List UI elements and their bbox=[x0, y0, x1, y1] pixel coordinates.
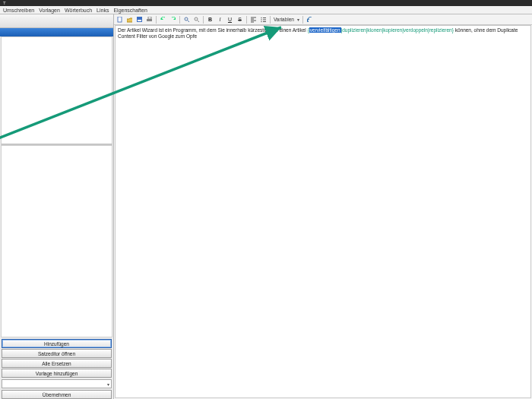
svg-point-13 bbox=[261, 17, 261, 17]
search-icon[interactable] bbox=[193, 16, 200, 23]
align-left-icon[interactable] bbox=[250, 16, 257, 23]
menu-rewrite[interactable]: Umschreiben bbox=[3, 8, 34, 13]
svg-point-15 bbox=[261, 19, 261, 20]
right-panel: B I U S Variablen ▾ Der Artikel Wizard i… bbox=[114, 14, 532, 399]
save-icon[interactable] bbox=[136, 16, 143, 23]
svg-point-19 bbox=[307, 21, 309, 22]
left-panel-button-group: Hinzufügen Satzeditor öffnen Alle Ersetz… bbox=[0, 337, 113, 378]
open-sentence-editor-button[interactable]: Satzeditor öffnen bbox=[2, 349, 112, 358]
list-icon[interactable] bbox=[260, 16, 267, 23]
left-panel-bottom-buttons: Übernehmen bbox=[0, 390, 113, 399]
left-panel-list-lower[interactable] bbox=[1, 145, 112, 337]
variables-label: Variablen bbox=[274, 17, 294, 22]
toolbar-separator bbox=[246, 16, 247, 24]
toolbar-separator bbox=[270, 16, 271, 24]
add-button[interactable]: Hinzufügen bbox=[2, 339, 112, 348]
window-titlebar: T bbox=[0, 0, 532, 6]
add-template-button[interactable]: Vorlage hinzufügen bbox=[2, 369, 112, 378]
bold-button[interactable]: B bbox=[207, 16, 214, 23]
main-area: Hinzufügen Satzeditor öffnen Alle Ersetz… bbox=[0, 14, 532, 399]
editor-toolbar: B I U S Variablen ▾ bbox=[114, 14, 532, 25]
svg-point-5 bbox=[185, 17, 188, 21]
svg-rect-2 bbox=[138, 20, 141, 21]
chevron-down-icon: ▾ bbox=[107, 382, 109, 387]
spintax-selected-word[interactable]: vervielfältigen bbox=[309, 27, 341, 33]
apply-button[interactable]: Übernehmen bbox=[2, 390, 112, 399]
svg-line-8 bbox=[198, 20, 200, 22]
left-panel-dropdown[interactable]: ▾ bbox=[2, 379, 112, 388]
signal-icon[interactable] bbox=[306, 16, 313, 23]
menu-links[interactable]: Links bbox=[97, 8, 109, 13]
svg-rect-0 bbox=[118, 17, 122, 22]
editor-text-pre: Der Artikel Wizard ist ein Programm, mit… bbox=[118, 27, 308, 33]
left-panel-selected-row[interactable] bbox=[0, 28, 113, 36]
menu-templates[interactable]: Vorlagen bbox=[39, 8, 60, 13]
underline-button[interactable]: U bbox=[226, 16, 233, 23]
left-panel: Hinzufügen Satzeditor öffnen Alle Ersetz… bbox=[0, 14, 114, 399]
find-icon[interactable] bbox=[183, 16, 190, 23]
print-icon[interactable] bbox=[146, 16, 153, 23]
replace-all-button[interactable]: Alle Ersetzen bbox=[2, 359, 112, 368]
svg-rect-4 bbox=[148, 17, 151, 19]
redo-icon[interactable] bbox=[169, 16, 176, 23]
menubar: Umschreiben Vorlagen Wörterbuch Links Ei… bbox=[0, 6, 532, 14]
editor-textarea[interactable]: Der Artikel Wizard ist ein Programm, mit… bbox=[115, 25, 531, 398]
strike-button[interactable]: S bbox=[236, 16, 243, 23]
svg-point-17 bbox=[261, 21, 261, 21]
left-panel-list-upper[interactable] bbox=[1, 36, 112, 145]
svg-line-6 bbox=[188, 20, 190, 22]
spintax-alternatives: |duplizieren|klonen|kopieren|verdoppeln|… bbox=[341, 27, 454, 33]
toolbar-separator bbox=[156, 16, 157, 24]
toolbar-separator bbox=[203, 16, 204, 24]
window-title: T bbox=[3, 1, 6, 5]
open-icon[interactable] bbox=[126, 16, 133, 23]
left-panel-divider bbox=[2, 144, 112, 144]
italic-button[interactable]: I bbox=[217, 16, 223, 23]
toolbar-separator bbox=[179, 16, 180, 24]
undo-icon[interactable] bbox=[160, 16, 166, 23]
toolbar-separator bbox=[302, 16, 303, 24]
new-doc-icon[interactable] bbox=[116, 16, 123, 23]
menu-dictionary[interactable]: Wörterbuch bbox=[65, 8, 92, 13]
menu-properties[interactable]: Eigenschaften bbox=[113, 8, 147, 13]
svg-point-7 bbox=[195, 17, 198, 21]
variables-dropdown[interactable]: ▾ bbox=[297, 17, 299, 22]
left-panel-header bbox=[0, 14, 113, 28]
